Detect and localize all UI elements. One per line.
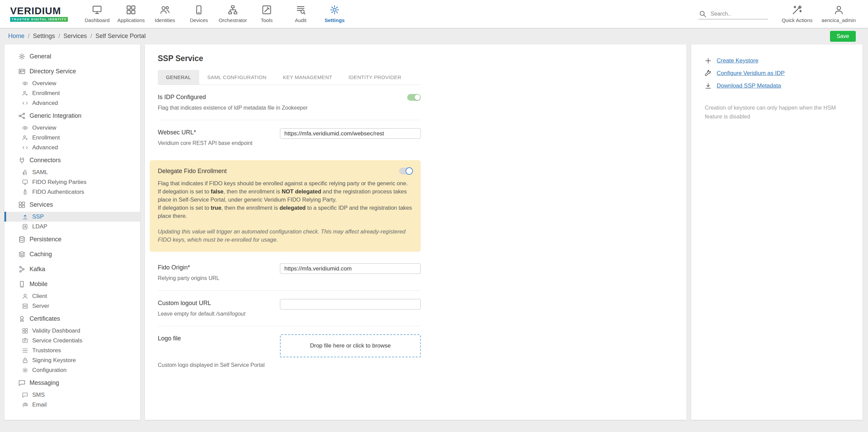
tools-icon [262,5,272,15]
sidebar-header-caching[interactable]: Caching [4,247,140,261]
sidebar-header-mobile[interactable]: Mobile [4,277,140,291]
fido-origin-input[interactable] [280,263,421,274]
action-create-keystore[interactable]: Create Keystore [705,57,849,64]
fido-origin-label: Fido Origin* [158,264,272,271]
nav-item-tools[interactable]: Tools [250,0,284,28]
sidebar-item-enrollment[interactable]: Enrollment [4,133,140,143]
field-fido-origin: Fido Origin* Relying party origins URL [158,255,421,290]
nav-item-settings[interactable]: Settings [318,0,352,28]
code-icon [22,100,28,106]
sidebar-header-generic-integration[interactable]: Generic Integration [4,109,140,123]
sidebar-group-services: ServicesSSPLDAP [4,198,140,231]
sidebar-item-fido-authenticators[interactable]: FIDO Authenticators [4,187,140,197]
sidebar-item-service-credentials[interactable]: Service Credentials [4,336,140,345]
toggle-knob [405,167,413,175]
field-custom-logout-url: Custom logout URL Leave empty for defaul… [158,291,421,326]
sidebar-item-advanced[interactable]: Advanced [4,143,140,152]
search-icon [699,10,706,18]
orchestrator-icon [228,5,238,15]
sidebar-header-certificates[interactable]: Certificates [4,312,140,326]
credentials-icon [22,338,28,344]
sidebar-group-directory-service: Directory ServiceOverviewEnrollmentAdvan… [4,64,140,108]
tab-saml-configuration[interactable]: SAML CONFIGURATION [199,70,275,84]
sidebar-header-general[interactable]: General [4,49,140,63]
sidebar-item-email[interactable]: Email [4,400,140,410]
address-book-icon [22,224,28,230]
list-icon [22,348,28,354]
is-idp-label: Is IDP Configured [158,94,400,101]
applications-icon [126,5,136,15]
sidebar-header-persistence[interactable]: Persistence [4,232,140,246]
sidebar-item-validity-dashboard[interactable]: Validity Dashboard [4,326,140,336]
is-idp-description: Flag that indicates existence of IdP met… [158,104,400,112]
fido-origin-description: Relying party origins URL [158,275,272,282]
search-input[interactable] [710,11,762,17]
chat-icon [18,379,25,387]
ssp-general-form: Is IDP Configured Flag that indicates ex… [158,85,421,369]
breadcrumb-separator: / [58,33,60,40]
quick-actions-label: Quick Actions [782,17,813,23]
sidebar-header-services[interactable]: Services [4,198,140,212]
websec-url-input[interactable] [280,128,421,139]
sidebar-item-fido-relying-parties[interactable]: FIDO Relying Parties [4,177,140,187]
sidebar-item-saml[interactable]: SAML [4,167,140,177]
nav-item-audit[interactable]: Audit [284,0,318,28]
sidebar-header-kafka[interactable]: Kafka [4,262,140,276]
sidebar-item-overview[interactable]: Overview [4,123,140,133]
sidebar-item-sms[interactable]: SMS [4,390,140,400]
sidebar-item-client[interactable]: Client [4,291,140,301]
logo-file-label: Logo file [158,335,272,342]
action-configure-veridium-as-idp[interactable]: Configure Veridium as IDP [705,70,849,77]
nav-item-orchestrator[interactable]: Orchestrator [216,0,250,28]
breadcrumb-separator: / [28,33,30,40]
custom-logout-input[interactable] [280,299,421,309]
tab-key-management[interactable]: KEY MANAGEMENT [275,70,340,84]
sidebar-item-truststores[interactable]: Truststores [4,345,140,355]
sidebar-header-directory-service[interactable]: Directory Service [4,64,140,78]
sidebar-group-messaging: MessagingSMSEmail [4,376,140,410]
breadcrumb-item-self-service-portal: Self Service Portal [95,33,146,40]
nav-item-devices[interactable]: Devices [182,0,216,28]
mobile-phone-icon [18,281,25,288]
tab-general[interactable]: GENERAL [158,70,199,84]
sidebar-group-caching: Caching [4,247,140,261]
veridium-logo[interactable]: VERIDIUM TRUSTED DIGITAL IDENTITY [10,6,68,22]
nav-item-applications[interactable]: Applications [114,0,148,28]
tab-identity-provider[interactable]: IDENTITY PROVIDER [340,70,410,84]
sidebar-item-enrollment[interactable]: Enrollment [4,88,140,98]
sms-icon [22,392,28,398]
download-icon [705,82,712,89]
sidebar-item-advanced[interactable]: Advanced [4,98,140,108]
sidebar-item-configuration[interactable]: Configuration [4,365,140,375]
nav-item-dashboard[interactable]: Dashboard [80,0,114,28]
server-icon [22,303,28,309]
is-idp-configured-toggle[interactable] [407,94,421,101]
audit-icon [296,5,306,15]
user-menu[interactable]: aencica_admin [822,0,856,28]
sidebar-item-overview[interactable]: Overview [4,78,140,88]
delegate-fido-box: Delegate Fido Enrollment Flag that indic… [150,160,421,252]
sidebar-item-server[interactable]: Server [4,301,140,311]
ssp-service-panel: SSP Service GENERALSAML CONFIGURATIONKEY… [145,44,686,420]
quick-actions-button[interactable]: Quick Actions [781,0,813,28]
sidebar-group-general: General [4,49,140,63]
breadcrumb-item-home[interactable]: Home [8,33,24,40]
keystore-note: Creation of keystore can only happen whe… [705,104,844,121]
sidebar-item-ssp[interactable]: SSP [4,212,140,222]
sidebar-header-messaging[interactable]: Messaging [4,376,140,390]
breadcrumb-item-settings[interactable]: Settings [33,33,55,40]
sidebar-item-signing-keystore[interactable]: Signing Keystore [4,355,140,365]
breadcrumb-item-services[interactable]: Services [63,33,87,40]
search-box [698,9,768,19]
sidebar-header-connectors[interactable]: Connectors [4,153,140,167]
logo-dropzone[interactable]: Drop file here or click to browse [280,334,421,357]
save-button[interactable]: Save [830,31,856,42]
action-download-ssp-metadata[interactable]: Download SSP Metadata [705,82,849,89]
nav-item-identities[interactable]: Identities [148,0,182,28]
tabs: GENERALSAML CONFIGURATIONKEY MANAGEMENTI… [158,70,421,85]
eye-icon [22,80,28,87]
sidebar-item-ldap[interactable]: LDAP [4,222,140,231]
gear-icon [18,53,25,60]
delegate-fido-toggle[interactable] [399,168,413,174]
user-icon [834,5,844,15]
